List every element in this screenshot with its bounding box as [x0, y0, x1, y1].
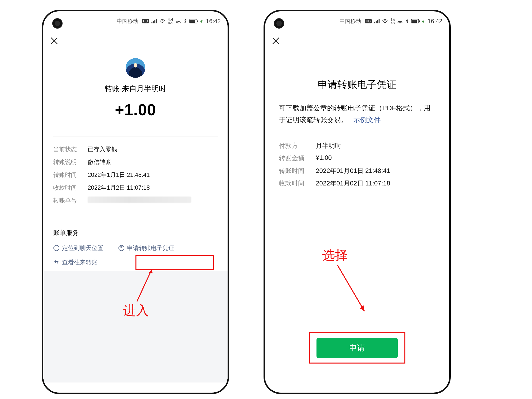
- section-title: 账单服务: [53, 229, 218, 237]
- service-label: 申请转账电子凭证: [127, 244, 174, 252]
- service-locate-chat[interactable]: 定位到聊天位置: [53, 244, 103, 252]
- label-transfer-time: 转账时间: [53, 171, 88, 179]
- detail-row-transfer-time: 转账时间 2022年01月01日 21:48:41: [279, 165, 435, 177]
- divider: [53, 136, 218, 136]
- front-camera: [274, 18, 284, 29]
- annotation-select-label: 选择: [322, 247, 348, 264]
- value-note: 微信转账: [88, 158, 111, 166]
- detail-row-receive-time: 收款时间 2022年01月02日 11:07:18: [279, 177, 435, 190]
- close-icon[interactable]: [50, 36, 59, 45]
- status-bar: 中国移动 HD 15 K/s ❦ 16:42: [265, 11, 449, 31]
- page-title: 申请转账电子凭证: [279, 78, 435, 91]
- value-transfer-time: 2022年1月1日 21:48:41: [88, 171, 150, 179]
- detail-table: 当前状态 已存入零钱 转账说明 微信转账 转账时间 2022年1月1日 21:4…: [53, 143, 218, 207]
- net-speed: 4.4 K/s: [168, 18, 173, 25]
- carrier-label: 中国移动: [117, 17, 138, 25]
- detail-row-order-no: 转账单号: [53, 194, 218, 207]
- service-label: 查看往来转账: [62, 258, 98, 266]
- swap-icon: ⇆: [53, 259, 60, 266]
- sender-avatar: [126, 58, 145, 78]
- side-button: [450, 105, 451, 144]
- detail-row-amount: 转账金额 ¥1.00: [279, 152, 435, 165]
- detail-row-transfer-time: 转账时间 2022年1月1日 21:48:41: [53, 168, 218, 181]
- chat-bubble-icon: [53, 245, 60, 251]
- value-receive-time: 2022年1月2日 11:07:18: [88, 184, 150, 192]
- eye-icon: [176, 19, 181, 23]
- label-receive-time: 收款时间: [279, 179, 316, 188]
- battery-icon: [411, 19, 419, 23]
- clock-time: 16:42: [428, 18, 442, 25]
- value-payer: 月半明时: [316, 141, 341, 150]
- stamp-icon: [118, 245, 125, 251]
- signal-icon: [151, 19, 157, 23]
- side-button: [450, 75, 451, 90]
- label-receive-time: 收款时间: [53, 184, 88, 192]
- status-bar: 中国移动 HD 4.4 K/s ❦ 16:42: [43, 11, 228, 31]
- label-payer: 付款方: [279, 141, 316, 150]
- detail-row-payer: 付款方 月半明时: [279, 139, 435, 152]
- bluetooth-icon: [405, 19, 409, 24]
- label-transfer-time: 转账时间: [279, 166, 316, 175]
- leaf-icon: ❦: [421, 19, 425, 24]
- svg-point-0: [178, 21, 179, 23]
- receipt-detail-table: 付款方 月半明时 转账金额 ¥1.00 转账时间 2022年01月01日 21:…: [279, 139, 435, 190]
- net-speed: 15 K/s: [390, 18, 395, 25]
- label-note: 转账说明: [53, 158, 88, 166]
- eye-icon: [397, 19, 403, 23]
- label-status: 当前状态: [53, 145, 88, 153]
- sample-file-link[interactable]: 示例文件: [353, 116, 381, 124]
- signal-icon: [374, 19, 380, 23]
- detail-row-note: 转账说明 微信转账: [53, 156, 218, 168]
- service-apply-receipt[interactable]: 申请转账电子凭证: [118, 244, 174, 252]
- transfer-amount: +1.00: [53, 101, 218, 119]
- side-button: [229, 105, 229, 144]
- carrier-label: 中国移动: [340, 17, 361, 25]
- detail-row-status: 当前状态 已存入零钱: [53, 143, 218, 156]
- clock-time: 16:42: [206, 18, 221, 25]
- wifi-icon: [382, 19, 388, 24]
- bill-services-section: 账单服务 定位到聊天位置 申请转账电子凭证 ⇆ 查看往来转账: [43, 222, 228, 271]
- value-amount: ¥1.00: [316, 154, 332, 163]
- detail-row-receive-time: 收款时间 2022年1月2日 11:07:18: [53, 181, 218, 194]
- transfer-title: 转账-来自月半明时: [53, 84, 218, 94]
- battery-icon: [189, 19, 197, 23]
- value-transfer-time: 2022年01月01日 21:48:41: [316, 166, 390, 175]
- nav-bar: [43, 31, 228, 51]
- apply-receipt-screen: 申请转账电子凭证 可下载加盖公章的转账电子凭证（PDF格式），用于证明该笔转账交…: [265, 78, 449, 190]
- phone-frame-right: 中国移动 HD 15 K/s ❦ 16:42 申请转账电子凭证: [264, 10, 451, 394]
- label-order-no: 转账单号: [53, 197, 88, 204]
- hd-badge: HD: [365, 19, 372, 23]
- service-view-history[interactable]: ⇆ 查看往来转账: [53, 258, 98, 266]
- service-label: 定位到聊天位置: [62, 244, 103, 252]
- apply-button[interactable]: 申请: [316, 338, 398, 358]
- bottom-blank: [43, 274, 228, 382]
- transfer-detail-screen: 转账-来自月半明时 +1.00 当前状态 已存入零钱 转账说明 微信转账 转账时…: [43, 58, 228, 207]
- bluetooth-icon: [183, 19, 187, 24]
- close-icon[interactable]: [271, 36, 280, 45]
- side-button: [229, 75, 229, 90]
- value-order-no-redacted: [88, 197, 191, 203]
- page-description: 可下载加盖公章的转账电子凭证（PDF格式），用于证明该笔转账交易。 示例文件: [279, 102, 435, 126]
- hd-badge: HD: [142, 19, 149, 23]
- nav-bar: [265, 31, 449, 51]
- wifi-icon: [159, 19, 165, 24]
- svg-point-1: [399, 21, 401, 23]
- value-receive-time: 2022年01月02日 11:07:18: [316, 179, 390, 188]
- value-status: 已存入零钱: [88, 145, 117, 153]
- leaf-icon: ❦: [200, 19, 203, 24]
- front-camera: [52, 18, 63, 29]
- annotation-enter-label: 进入: [123, 302, 149, 319]
- label-amount: 转账金额: [279, 154, 316, 163]
- phone-frame-left: 中国移动 HD 4.4 K/s ❦ 16:42: [42, 10, 229, 394]
